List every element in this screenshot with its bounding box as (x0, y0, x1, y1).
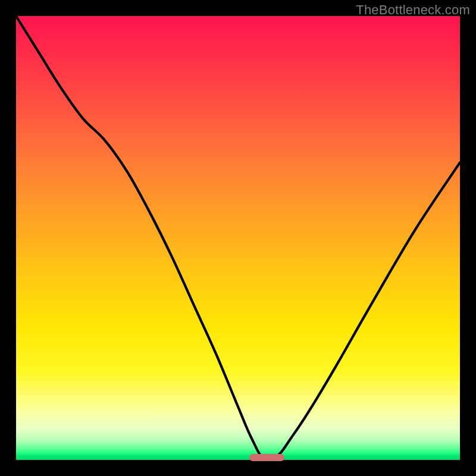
bottleneck-curve (16, 16, 460, 460)
plot-area (16, 16, 460, 460)
chart-frame: TheBottleneck.com (0, 0, 476, 476)
optimum-marker (249, 454, 285, 461)
